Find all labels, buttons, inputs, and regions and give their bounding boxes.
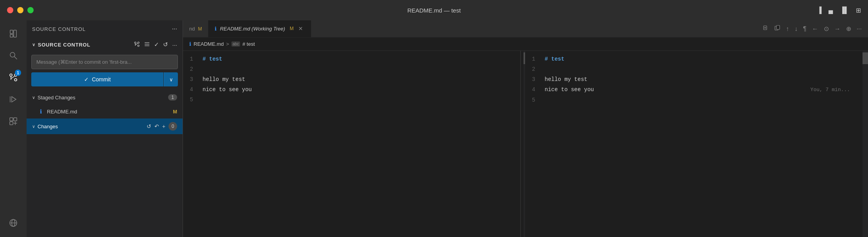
tab-bar-actions: ↑ ↓ ¶ ← ⊙ → ⊕ ··· xyxy=(762,20,868,37)
curr-change-icon[interactable]: ⊙ xyxy=(824,25,829,32)
maximize-button[interactable] xyxy=(27,7,34,13)
activity-item-extensions[interactable] xyxy=(3,111,23,131)
active-tab-icon: ℹ xyxy=(215,26,217,32)
copy-path-icon[interactable] xyxy=(762,25,769,33)
code-line-right-4: 4 nice to see you You, 7 min... xyxy=(525,84,863,95)
navigate-icon[interactable]: ⊕ xyxy=(846,25,851,32)
commit-message-input[interactable]: Message (⌘Enter to commit on 'first-bra.… xyxy=(31,55,178,69)
tab-inactive[interactable]: nd M xyxy=(183,20,208,37)
code-line-right-3: 3 hello my test xyxy=(525,74,863,84)
panel-toggle-icon[interactable]: ▄ xyxy=(829,7,833,14)
discard-all-icon[interactable]: ↺ xyxy=(147,123,151,129)
staged-file-row[interactable]: ℹ README.md M xyxy=(27,104,183,118)
staged-changes-title: Staged Changes xyxy=(38,95,75,101)
more-layout-icon[interactable]: ⊞ xyxy=(856,7,861,14)
layout-toggle-icon[interactable]: ▐▌ xyxy=(840,7,849,14)
code-line-right-2: 2 xyxy=(525,64,863,74)
code-area-right[interactable]: 1 # test 2 3 hello my test 4 nice to see… xyxy=(525,51,863,237)
line-num-right-4: 4 xyxy=(525,84,545,95)
sidebar: SOURCE CONTROL ··· ∨ SOURCE CONTROL xyxy=(27,20,183,237)
commit-dropdown-icon: ∨ xyxy=(169,77,173,83)
titlebar-actions: ▐ ▄ ▐▌ ⊞ xyxy=(817,7,861,14)
svg-rect-1 xyxy=(10,34,13,37)
svg-point-20 xyxy=(138,42,139,43)
whitespace-icon[interactable]: ¶ xyxy=(803,25,807,32)
active-tab-label: README.md (Working Tree) xyxy=(220,26,285,32)
line-content-left-3: hello my test xyxy=(203,74,514,84)
svg-point-3 xyxy=(10,52,15,57)
svg-marker-10 xyxy=(12,97,16,102)
copy-relative-path-icon[interactable] xyxy=(774,25,780,33)
code-line-left-4: 4 nice to see you xyxy=(183,84,520,95)
activity-item-run[interactable] xyxy=(3,89,23,110)
editor-content: 1 # test 2 3 hello my test 4 nice to see… xyxy=(183,51,868,237)
list-view-icon[interactable] xyxy=(144,41,150,48)
staged-changes-label[interactable]: ∨ Staged Changes 1 xyxy=(27,90,183,104)
commit-checkmark-icon: ✓ xyxy=(84,76,89,83)
svg-line-9 xyxy=(11,76,14,79)
scroll-up-icon[interactable]: ↑ xyxy=(786,25,789,32)
more-actions-icon[interactable]: ··· xyxy=(857,25,862,32)
breadcrumb-filename[interactable]: README.md xyxy=(194,41,224,47)
commit-button[interactable]: ✓ Commit xyxy=(31,72,163,86)
tab-close-button[interactable]: ✕ xyxy=(297,25,305,32)
svg-point-19 xyxy=(138,45,139,47)
line-content-right-3: hello my test xyxy=(545,74,856,84)
close-button[interactable] xyxy=(7,7,13,13)
sidebar-header-actions: ··· xyxy=(172,25,177,32)
active-tab-text: README.md (Working Tree) xyxy=(220,26,285,32)
line-num-right-5: 5 xyxy=(525,95,545,105)
source-control-badge: 1 xyxy=(15,70,21,76)
source-control-panel: ∨ SOURCE CONTROL xyxy=(27,38,183,237)
line-num-left-5: 5 xyxy=(183,95,203,105)
undo-icon[interactable]: ↶ xyxy=(154,123,159,129)
svg-rect-30 xyxy=(777,25,780,29)
refresh-icon[interactable]: ↺ xyxy=(163,41,168,48)
activity-item-explorer[interactable] xyxy=(3,23,23,44)
changes-icons: ↺ ↶ + 0 xyxy=(147,122,177,131)
activity-bar: 1 xyxy=(0,20,27,237)
breadcrumb-section[interactable]: # test xyxy=(242,41,255,47)
code-area-left[interactable]: 1 # test 2 3 hello my test 4 nice to see… xyxy=(183,51,520,237)
checkmark-icon[interactable]: ✓ xyxy=(154,41,159,48)
branch-icon[interactable] xyxy=(134,41,140,48)
svg-rect-2 xyxy=(14,30,16,37)
commit-message-placeholder: Message (⌘Enter to commit on 'first-bra.… xyxy=(36,59,132,65)
next-change-icon[interactable]: → xyxy=(834,25,841,32)
commit-dropdown-button[interactable]: ∨ xyxy=(164,72,178,86)
code-line-left-5: 5 xyxy=(183,95,520,105)
sc-section-title[interactable]: ∨ SOURCE CONTROL xyxy=(32,42,90,48)
code-line-right-1: 1 # test xyxy=(525,54,863,64)
minimap-right xyxy=(863,51,868,237)
activity-item-remote[interactable] xyxy=(3,213,23,233)
activity-item-search[interactable] xyxy=(3,45,23,66)
code-line-right-5: 5 xyxy=(525,95,863,105)
code-line-left-3: 3 hello my test xyxy=(183,74,520,84)
file-info-icon: ℹ xyxy=(38,108,44,115)
sidebar-toggle-icon[interactable]: ▐ xyxy=(817,7,821,14)
active-tab-modified: M xyxy=(290,26,294,31)
line-content-right-4: nice to see you xyxy=(545,84,811,95)
sc-chevron-icon: ∨ xyxy=(32,42,36,47)
sc-more-icon[interactable]: ··· xyxy=(172,41,177,48)
scroll-down-icon[interactable]: ↓ xyxy=(794,25,798,32)
titlebar: README.md — test ▐ ▄ ▐▌ ⊞ xyxy=(0,0,868,20)
changes-section[interactable]: ∨ Changes ↺ ↶ + 0 xyxy=(27,118,183,134)
window-title: README.md — test xyxy=(407,7,461,14)
activity-item-source-control[interactable]: 1 xyxy=(3,67,23,88)
prev-change-icon[interactable]: ← xyxy=(812,25,818,32)
minimize-button[interactable] xyxy=(17,7,23,13)
tab-active-readme[interactable]: ℹ README.md (Working Tree) M ✕ xyxy=(208,20,311,37)
stage-all-icon[interactable]: + xyxy=(162,123,165,129)
line-num-left-2: 2 xyxy=(183,64,203,74)
tab-bar: nd M ℹ README.md (Working Tree) M ✕ xyxy=(183,20,868,38)
code-line-left-2: 2 xyxy=(183,64,520,74)
svg-point-6 xyxy=(14,79,17,81)
breadcrumb-file-icon: ℹ xyxy=(189,41,191,47)
breadcrumb: ℹ README.md > abc # test xyxy=(183,38,868,51)
more-options-icon[interactable]: ··· xyxy=(172,25,177,32)
sc-section-icons: ✓ ↺ ··· xyxy=(134,41,177,48)
line-content-left-1: # test xyxy=(203,54,514,64)
line-content-right-1: # test xyxy=(545,54,856,64)
inactive-tab-modified: M xyxy=(198,26,202,32)
